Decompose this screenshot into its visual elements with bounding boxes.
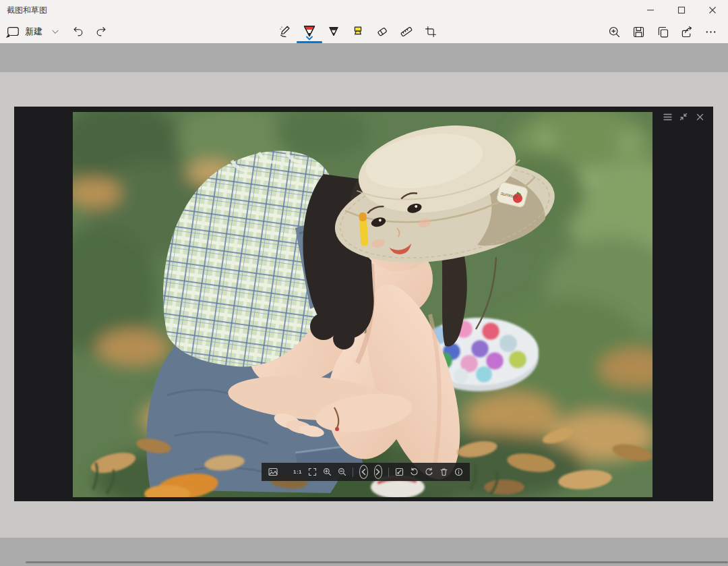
photograph: summer [73,112,653,497]
menu-icon [663,113,672,121]
viewer-topbar [662,111,705,122]
eraser-button[interactable] [371,21,393,43]
close-button[interactable] [697,0,728,20]
share-icon [679,25,694,39]
titlebar: 截图和草图 [0,0,728,20]
photo-viewer-window: summer [14,107,713,501]
snip-sketch-app: 截图和草图 新建 [0,0,728,566]
pencil-button[interactable] [323,21,344,43]
actual-size-button[interactable]: 1:1 [293,469,302,475]
redo-button[interactable] [90,21,112,43]
info-button[interactable] [454,468,463,476]
chevron-left-icon [361,468,367,476]
edit-button[interactable] [395,468,404,476]
crop-icon [424,25,437,38]
redo-icon [94,25,108,38]
toolbar-separator [388,468,389,477]
fit-to-window-button[interactable] [308,468,317,476]
viewer-toolbar: 1:1 [262,463,470,481]
share-button[interactable] [675,21,697,43]
collapse-icon [679,113,688,121]
new-snip-dropdown-button[interactable] [44,21,66,43]
touch-writing-icon [278,24,293,39]
save-button[interactable] [628,21,649,43]
gallery-icon [268,468,278,476]
fit-to-window-icon [308,468,317,476]
viewer-zoom-out-button[interactable] [338,468,346,476]
chevron-down-icon [51,27,60,36]
previous-image-button[interactable] [359,465,368,479]
toolbar: 新建 [0,20,728,43]
viewer-zoom-in-button[interactable] [323,468,332,476]
info-icon [454,468,463,476]
undo-button[interactable] [67,21,89,43]
more-button[interactable] [700,21,721,43]
maximize-icon [677,6,686,14]
editing-canvas[interactable]: summer [0,43,728,566]
eraser-icon [375,24,390,39]
actual-size-label: 1:1 [293,469,302,475]
ruler-button[interactable] [396,21,417,43]
minimize-icon [646,6,655,14]
close-icon [696,113,704,121]
maximize-button[interactable] [666,0,697,20]
chevron-right-icon [375,468,381,476]
canvas-gutter-top [0,43,728,72]
highlighter-icon [351,24,365,39]
new-snip-button[interactable]: 新建 [5,21,42,43]
copy-button[interactable] [652,21,673,43]
more-icon [704,25,718,39]
zoom-icon [607,25,621,39]
zoom-in-icon [323,468,332,476]
window-controls [635,0,728,20]
rotate-left-button[interactable] [410,468,419,476]
crop-button[interactable] [420,21,442,43]
highlighter-button[interactable] [347,21,369,43]
zoom-button[interactable] [603,21,625,43]
new-snip-label: 新建 [25,26,42,38]
undo-icon [71,25,85,38]
viewer-menu-button[interactable] [662,111,673,122]
ruler-icon [399,24,414,39]
touch-writing-button[interactable] [274,21,296,43]
toolbar-separator [353,468,353,477]
gallery-button[interactable] [268,468,278,476]
pen-options-chevron-icon[interactable] [305,36,313,41]
rotate-left-icon [410,468,419,476]
delete-button[interactable] [439,468,448,476]
close-icon [708,6,717,14]
trash-icon [439,468,448,476]
next-image-button[interactable] [374,465,383,479]
rotate-right-icon [425,468,433,476]
rotate-right-button[interactable] [425,468,433,476]
edit-icon [395,468,404,476]
pencil-icon [326,24,341,39]
new-snip-icon [5,24,20,39]
viewer-close-button[interactable] [694,111,705,122]
copy-icon [656,25,670,39]
zoom-out-icon [338,468,346,476]
minimize-button[interactable] [635,0,666,20]
app-title: 截图和草图 [0,5,47,16]
photo-illustration: summer [73,112,653,497]
save-icon [632,25,646,39]
viewer-collapse-button[interactable] [678,111,689,122]
horizontal-scrollbar[interactable] [26,561,728,563]
